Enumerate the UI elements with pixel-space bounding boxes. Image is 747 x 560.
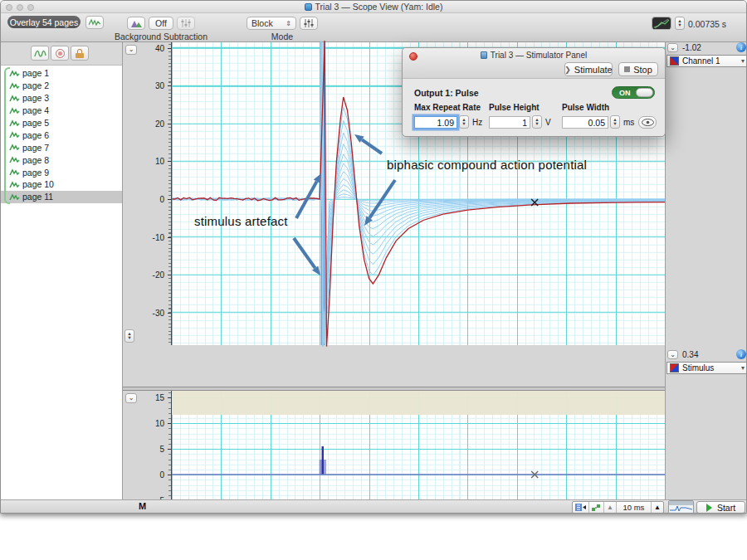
scroll-to-end-button[interactable] <box>573 502 589 513</box>
window-title: Trial 3 — Scope View (Yam: Idle) <box>1 2 746 12</box>
field-value-input[interactable]: 0.05 <box>562 116 608 129</box>
channel1-scale-stepper[interactable]: ▲▼ <box>124 329 134 343</box>
field-stepper[interactable]: ▲▼ <box>459 115 469 129</box>
field-stepper[interactable]: ▲▼ <box>532 115 542 129</box>
page-label: page 1 <box>22 68 49 78</box>
field-row: 0.05▲▼ms <box>562 115 634 129</box>
page-waveform-icon <box>9 168 20 177</box>
triangle-icon: ▲ <box>607 504 613 511</box>
stimulus-y-axis: ⌄ ▲▼ x10³ 151050-5-10 <box>123 391 171 514</box>
scope-document-button[interactable] <box>668 500 694 514</box>
stimulus-control-block: ⌄ 0.34 i Stimulus ▾ <box>666 349 747 374</box>
y-tick-label: 15 <box>155 393 164 402</box>
document-icon <box>305 3 312 11</box>
info-icon[interactable]: i <box>736 42 746 52</box>
field-unit-label: V <box>545 118 551 127</box>
mountain-icon <box>131 20 142 27</box>
stimulator-panel-titlebar[interactable]: Trial 3 — Stimulator Panel ❯Stimulate St… <box>403 48 665 79</box>
sidebar-page-item[interactable]: page 4 <box>1 105 122 117</box>
channel1-disclosure-button[interactable]: ⌄ <box>125 45 137 55</box>
field-unit-label: ms <box>623 118 634 127</box>
page-label: page 7 <box>22 143 49 153</box>
field-row: 1.09▲▼Hz <box>414 115 482 129</box>
exclude-page-button[interactable] <box>51 46 69 61</box>
pulse-field-group: Pulse Height1▲▼V <box>489 103 551 129</box>
y-tick-label: -30 <box>153 309 164 318</box>
y-tick-label: -10 <box>153 233 164 242</box>
stimulus-selector-dropdown[interactable]: Stimulus ▾ <box>666 362 747 374</box>
sidebar-page-item[interactable]: page 9 <box>1 166 122 178</box>
channel1-name: Channel 1 <box>682 56 720 66</box>
mode-settings-button[interactable] <box>300 17 318 30</box>
updown-arrows-icon: ⇕ <box>286 20 291 27</box>
sidebar-page-item[interactable]: page 6 <box>1 129 122 141</box>
y-tick-label: 40 <box>155 44 164 53</box>
field-value-input[interactable]: 1 <box>489 116 530 129</box>
annotation-arrow <box>294 238 315 268</box>
field-unit-label: Hz <box>472 118 482 127</box>
start-button[interactable]: Start <box>696 501 745 514</box>
sidebar-page-item[interactable]: page 8 <box>1 153 122 166</box>
mode-dropdown[interactable]: Block⇕ <box>247 17 296 30</box>
stimulator-panel: Trial 3 — Stimulator Panel ❯Stimulate St… <box>402 47 666 137</box>
stimulate-button[interactable]: ❯Stimulate <box>564 62 613 76</box>
page-label: page 11 <box>22 192 53 202</box>
y-tick-label: 20 <box>155 119 164 129</box>
page-waveform-icon <box>9 131 20 139</box>
sidebar-page-item[interactable]: page 7 <box>1 141 122 153</box>
sidebar-page-item[interactable]: page 5 <box>1 117 122 129</box>
compress-time-button[interactable]: ▲ <box>604 502 617 513</box>
overlay-style-button[interactable] <box>85 16 104 29</box>
eye-icon <box>642 119 654 126</box>
background-subtraction-settings-button[interactable] <box>177 17 195 30</box>
field-stepper[interactable]: ▲▼ <box>610 115 620 129</box>
stimulus-range-disclosure[interactable]: ⌄ <box>667 350 678 359</box>
sidebar-page-item[interactable]: page 2 <box>1 80 122 92</box>
sidebar-page-item[interactable]: page 1 <box>1 67 122 80</box>
stimulus-disclosure-button[interactable]: ⌄ <box>125 393 137 403</box>
autoscale-button[interactable] <box>589 502 604 513</box>
channel1-color-swatch <box>670 56 679 66</box>
chevron-down-icon: ▾ <box>741 57 745 65</box>
page-label: page 3 <box>22 93 49 103</box>
page-waveform-icon <box>9 193 20 202</box>
lock-pages-button[interactable] <box>71 46 89 61</box>
stop-button[interactable]: Stop <box>618 62 658 76</box>
stimulator-panel-title: Trial 3 — Stimulator Panel <box>403 51 665 60</box>
page-waveform-icon <box>9 119 20 128</box>
channel1-selector-dropdown[interactable]: Channel 1 ▾ <box>666 55 747 67</box>
main-toolbar: Overlay 54 pages Off Background Subtract… <box>1 13 746 42</box>
stimulus-trace <box>172 391 666 514</box>
field-value-input[interactable]: 1.09 <box>414 116 457 129</box>
page-display-mode-button[interactable] <box>31 46 49 61</box>
page-waveform-icon <box>9 181 20 189</box>
y-tick-label: 10 <box>155 157 164 166</box>
output-on-toggle[interactable]: ON <box>612 86 655 99</box>
page-label: page 9 <box>22 168 49 178</box>
field-label: Pulse Width <box>562 103 634 112</box>
sidebar-page-item[interactable]: page 3 <box>1 92 122 105</box>
pages-sidebar: page 1page 2page 3page 4page 5page 6page… <box>1 42 123 499</box>
background-subtraction-off-button[interactable]: Off <box>149 17 173 30</box>
pulse-field-group: Pulse Width0.05▲▼ms <box>562 103 634 129</box>
document-icon <box>481 51 487 59</box>
page-waveform-icon <box>9 95 20 103</box>
background-subtraction-icon-button[interactable] <box>127 17 145 30</box>
time-stepper[interactable]: ▲▼ <box>675 17 685 30</box>
sidebar-toolbar <box>1 42 122 66</box>
chevron-down-icon: ▾ <box>741 364 745 372</box>
overlay-pages-button[interactable]: Overlay 54 pages <box>7 16 81 28</box>
prohibit-icon <box>56 49 65 58</box>
expand-time-button[interactable]: ▲ <box>652 502 663 513</box>
preview-pulse-button[interactable] <box>638 116 657 129</box>
chevron-right-icon: ❯ <box>564 66 571 74</box>
sidebar-page-item[interactable]: page 10 <box>1 178 122 191</box>
channel1-range-disclosure[interactable]: ⌄ <box>667 43 678 52</box>
page-label: page 6 <box>22 130 49 140</box>
graph-preview-button[interactable] <box>652 17 671 30</box>
marker-tool-icon[interactable]: M <box>139 501 146 511</box>
stimulus-plot[interactable] <box>171 391 665 514</box>
sidebar-page-item[interactable]: page 11 <box>1 191 122 203</box>
info-icon[interactable]: i <box>736 349 746 359</box>
time-scale-dropdown[interactable]: 10 ms <box>617 502 652 513</box>
